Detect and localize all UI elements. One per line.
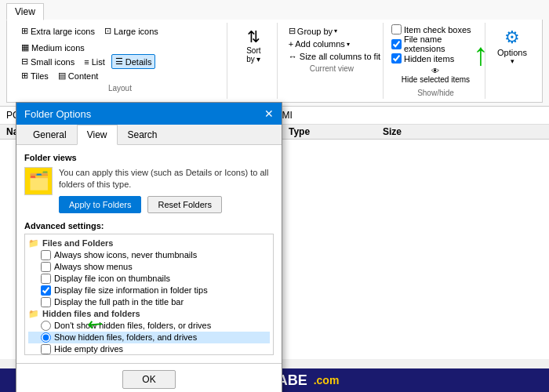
extra-large-icons-btn[interactable]: ⊞ Extra large icons xyxy=(18,24,98,38)
hide-selected-btn[interactable]: 👁 Hide selected items xyxy=(391,64,480,87)
item-check-boxes-check[interactable]: Item check boxes xyxy=(391,24,480,34)
current-view-label: Current view xyxy=(285,64,378,73)
list-btn[interactable]: ≡ List xyxy=(81,56,108,68)
show-hide-label: Show/hide xyxy=(391,89,480,97)
details-btn[interactable]: ☰ Details xyxy=(111,54,156,69)
always-show-menus-item[interactable]: Always show menus xyxy=(28,261,270,273)
show-hidden-item[interactable]: Show hidden files, folders, and drives xyxy=(28,332,270,343)
settings-list[interactable]: 📁 Files and Folders Always show icons, n… xyxy=(24,234,274,355)
folder-icon: 🗂️ xyxy=(24,167,53,195)
dialog-footer: OK xyxy=(16,363,282,392)
hidden-items-check[interactable]: Hidden items xyxy=(391,53,480,64)
watermark-domain: .com xyxy=(314,374,340,387)
dialog-close-btn[interactable]: ✕ xyxy=(264,107,274,120)
group-icon: ⊟ xyxy=(289,26,296,36)
add-columns-btn[interactable]: + Add columns ▾ xyxy=(285,38,353,50)
medium-grid-icon: ▦ xyxy=(21,42,29,53)
file-name-extensions-check[interactable]: File name extensions xyxy=(391,34,480,53)
options-arrow: ▾ xyxy=(511,57,514,65)
files-folders-category: 📁 Files and Folders xyxy=(28,238,270,249)
medium-icons-btn[interactable]: ▦ Medium icons xyxy=(18,41,88,54)
tab-general[interactable]: General xyxy=(23,125,77,145)
dialog-tabs: General View Search xyxy=(16,125,282,145)
small-icons-btn[interactable]: ⊟ Small icons xyxy=(18,55,78,68)
reset-folders-btn[interactable]: Reset Folders xyxy=(147,196,221,213)
group-by-btn[interactable]: ⊟ Group by ▾ xyxy=(285,24,340,38)
col-size-header[interactable]: Size xyxy=(383,126,445,137)
grid-icon: ⊞ xyxy=(21,26,28,36)
size-col-icon: ↔ xyxy=(289,52,297,61)
hide-icon: 👁 xyxy=(431,67,439,75)
sort-icon: ⇅ xyxy=(247,27,260,46)
advanced-settings-label: Advanced settings: xyxy=(24,221,274,230)
tiles-icon: ⊞ xyxy=(21,71,28,81)
category-expand-icon: 📁 xyxy=(28,238,39,249)
dialog-body: Folder views 🗂️ You can apply this view … xyxy=(16,145,282,363)
hidden-files-category: 📁 Hidden files and folders xyxy=(28,308,270,320)
folder-views-section: 🗂️ You can apply this view (such as Deta… xyxy=(24,167,274,213)
group-by-arrow: ▾ xyxy=(334,27,337,34)
layout-label: Layout xyxy=(18,84,222,93)
dialog-title-bar: Folder Options ✕ xyxy=(16,103,282,125)
ok-btn[interactable]: OK xyxy=(122,370,175,389)
content-btn[interactable]: ▤ Content xyxy=(55,69,102,82)
folder-views-label: Folder views xyxy=(24,153,274,162)
small-grid-icon: ⊟ xyxy=(21,56,28,67)
tab-view[interactable]: View xyxy=(77,125,118,145)
green-arrow-icon: ↑ xyxy=(473,38,489,70)
ribbon-tab-view[interactable]: View xyxy=(6,3,44,20)
col-type-header[interactable]: Type xyxy=(289,126,383,137)
apply-to-folders-btn[interactable]: Apply to Folders xyxy=(59,196,141,213)
options-icon: ⚙ xyxy=(504,27,520,48)
hide-empty-drives-item[interactable]: Hide empty drives xyxy=(28,343,270,355)
tiles-btn[interactable]: ⊞ Tiles xyxy=(18,69,52,82)
sort-by-btn[interactable]: ⇅ Sortby ▾ xyxy=(235,24,272,67)
dont-show-hidden-item[interactable]: Don't show hidden files, folders, or dri… xyxy=(28,320,270,332)
options-btn[interactable]: ⚙ Options ▾ xyxy=(493,24,531,68)
folder-buttons: Apply to Folders Reset Folders xyxy=(59,196,274,213)
display-file-size-item[interactable]: Display file size information in folder … xyxy=(28,285,270,296)
large-grid-icon: ⊡ xyxy=(104,26,111,36)
add-col-icon: + xyxy=(289,39,293,49)
large-icons-btn[interactable]: ⊡ Large icons xyxy=(101,24,162,38)
add-col-arrow: ▾ xyxy=(347,41,350,48)
hidden-expand-icon: 📁 xyxy=(28,309,39,319)
size-columns-btn[interactable]: ↔ Size all columns to fit xyxy=(285,50,384,63)
list-icon: ≡ xyxy=(84,57,89,67)
display-file-icon-item[interactable]: Display file icon on thumbnails xyxy=(28,273,270,285)
details-icon: ☰ xyxy=(115,56,123,67)
tab-search[interactable]: Search xyxy=(118,125,168,145)
always-show-icons-item[interactable]: Always show icons, never thumbnails xyxy=(28,249,270,261)
folder-desc: You can apply this view (such as Details… xyxy=(59,167,274,191)
folder-options-dialog: Folder Options ✕ General View Search Fol… xyxy=(16,102,282,392)
display-full-path-item[interactable]: Display the full path in the title bar xyxy=(28,296,270,308)
content-icon: ▤ xyxy=(58,71,66,81)
